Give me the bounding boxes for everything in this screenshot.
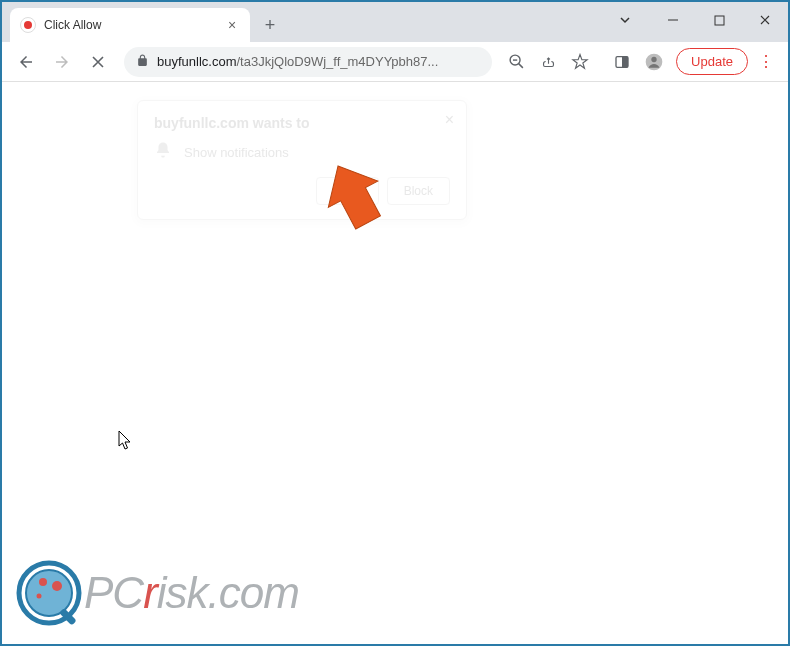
maximize-button[interactable] — [696, 2, 742, 38]
forward-button[interactable] — [46, 46, 78, 78]
close-window-button[interactable] — [742, 2, 788, 38]
page-content: × buyfunllc.com wants to Show notificati… — [2, 82, 788, 644]
lock-icon — [136, 54, 149, 70]
chevron-down-icon[interactable] — [602, 2, 648, 38]
zoom-icon[interactable] — [502, 48, 530, 76]
tab-title: Click Allow — [44, 18, 216, 32]
notification-text: Show notifications — [184, 145, 289, 160]
minimize-button[interactable] — [650, 2, 696, 38]
arrow-pointer-icon — [324, 160, 386, 236]
svg-point-13 — [39, 578, 47, 586]
bell-icon — [154, 141, 172, 163]
block-button[interactable]: Block — [387, 177, 450, 205]
svg-rect-1 — [715, 16, 724, 25]
svg-rect-7 — [623, 56, 628, 67]
svg-point-9 — [651, 56, 656, 61]
svg-point-14 — [52, 581, 62, 591]
address-bar[interactable]: buyfunllc.com/ta3JkjQloD9Wj_ff_m4DYYpbh8… — [124, 47, 492, 77]
tab-favicon — [20, 17, 36, 33]
profile-icon[interactable] — [640, 48, 668, 76]
window-controls — [602, 2, 788, 38]
back-button[interactable] — [10, 46, 42, 78]
notification-title: buyfunllc.com wants to — [154, 115, 450, 131]
svg-line-3 — [518, 64, 522, 68]
watermark: PCrisk.com — [16, 560, 299, 626]
close-tab-button[interactable]: × — [224, 17, 240, 33]
browser-toolbar: buyfunllc.com/ta3JkjQloD9Wj_ff_m4DYYpbh8… — [2, 42, 788, 82]
cursor-icon — [118, 430, 134, 457]
close-icon[interactable]: × — [445, 111, 454, 129]
browser-tab[interactable]: Click Allow × — [10, 8, 250, 42]
update-button[interactable]: Update — [676, 48, 748, 75]
watermark-text: PCrisk.com — [84, 568, 299, 618]
new-tab-button[interactable]: + — [256, 11, 284, 39]
svg-point-15 — [37, 594, 42, 599]
watermark-logo-icon — [16, 560, 82, 626]
notification-permission-popup: × buyfunllc.com wants to Show notificati… — [137, 100, 467, 220]
stop-reload-button[interactable] — [82, 46, 114, 78]
bookmark-star-icon[interactable] — [566, 48, 594, 76]
menu-button[interactable]: ⋮ — [758, 52, 774, 71]
url-text: buyfunllc.com/ta3JkjQloD9Wj_ff_m4DYYpbh8… — [157, 54, 480, 69]
side-panel-icon[interactable] — [608, 48, 636, 76]
share-icon[interactable] — [534, 48, 562, 76]
